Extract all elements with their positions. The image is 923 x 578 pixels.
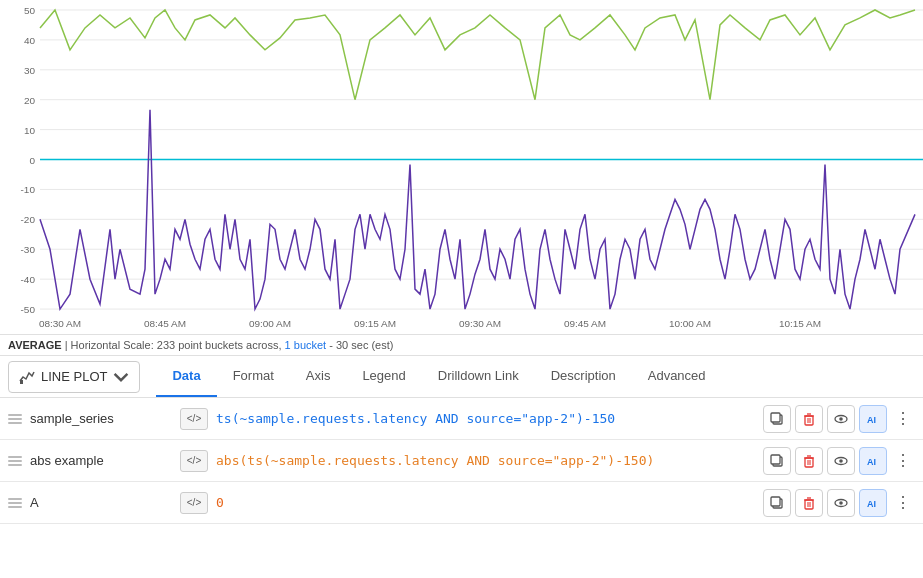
svg-text:30: 30 [24, 65, 36, 76]
eye-button[interactable] [827, 489, 855, 517]
scale-text: Horizontal Scale: 233 point buckets acro… [71, 339, 282, 351]
delete-button[interactable] [795, 447, 823, 475]
series-actions: AI ⋮ [763, 405, 915, 433]
bucket-link[interactable]: 1 bucket [285, 339, 327, 351]
ai-icon: AI [866, 412, 880, 426]
svg-text:0: 0 [29, 155, 35, 166]
svg-text:10:15 AM: 10:15 AM [779, 318, 821, 329]
copy-icon [770, 454, 784, 468]
series-table: sample_series </> ts(~sample.requests.la… [0, 398, 923, 524]
chart-type-button[interactable]: LINE PLOT [8, 361, 140, 393]
svg-text:-40: -40 [21, 274, 36, 285]
svg-text:-10: -10 [21, 184, 36, 195]
svg-text:09:00 AM: 09:00 AM [249, 318, 291, 329]
tabs-row: LINE PLOT Data Format Axis Legend Drilld… [0, 356, 923, 398]
svg-rect-31 [20, 380, 23, 384]
chart-type-label: LINE PLOT [41, 369, 107, 384]
series-expression: 0 [216, 495, 755, 510]
eye-button[interactable] [827, 447, 855, 475]
svg-text:08:45 AM: 08:45 AM [144, 318, 186, 329]
series-name: abs example [30, 453, 180, 468]
svg-rect-44 [805, 458, 813, 467]
svg-text:08:30 AM: 08:30 AM [39, 318, 81, 329]
eye-icon [834, 412, 848, 426]
svg-text:AI: AI [867, 457, 876, 467]
tab-legend[interactable]: Legend [346, 356, 421, 397]
eye-button[interactable] [827, 405, 855, 433]
series-expression: ts(~sample.requests.latency AND source="… [216, 411, 755, 426]
more-button[interactable]: ⋮ [891, 489, 915, 517]
table-row: abs example </> abs(ts(~sample.requests.… [0, 440, 923, 482]
svg-text:10:00 AM: 10:00 AM [669, 318, 711, 329]
table-row: A </> 0 [0, 482, 923, 524]
drag-handle[interactable] [8, 498, 22, 508]
tab-description[interactable]: Description [535, 356, 632, 397]
copy-button[interactable] [763, 405, 791, 433]
drag-handle[interactable] [8, 456, 22, 466]
line-plot-icon [19, 369, 35, 385]
delete-button[interactable] [795, 489, 823, 517]
svg-text:10: 10 [24, 125, 36, 136]
svg-rect-54 [805, 500, 813, 509]
copy-button[interactable] [763, 447, 791, 475]
table-row: sample_series </> ts(~sample.requests.la… [0, 398, 923, 440]
svg-rect-33 [771, 413, 780, 422]
tab-list: Data Format Axis Legend Drilldown Link D… [156, 356, 721, 397]
svg-rect-34 [805, 416, 813, 425]
series-actions: AI ⋮ [763, 447, 915, 475]
ai-button[interactable]: AI [859, 447, 887, 475]
ai-button[interactable]: AI [859, 489, 887, 517]
code-toggle-button[interactable]: </> [180, 408, 208, 430]
ai-icon: AI [866, 454, 880, 468]
svg-text:-50: -50 [21, 304, 36, 315]
trash-icon [802, 496, 816, 510]
eye-icon [834, 496, 848, 510]
svg-text:40: 40 [24, 35, 36, 46]
drag-handle[interactable] [8, 414, 22, 424]
series-name: sample_series [30, 411, 180, 426]
tab-drilldown[interactable]: Drilldown Link [422, 356, 535, 397]
svg-point-60 [839, 501, 843, 505]
more-button[interactable]: ⋮ [891, 447, 915, 475]
bucket-suffix: - 30 sec (est) [329, 339, 393, 351]
average-label: AVERAGE [8, 339, 62, 351]
copy-button[interactable] [763, 489, 791, 517]
svg-text:-20: -20 [21, 214, 36, 225]
tab-advanced[interactable]: Advanced [632, 356, 722, 397]
trash-icon [802, 454, 816, 468]
svg-text:-30: -30 [21, 244, 36, 255]
trash-icon [802, 412, 816, 426]
tab-data[interactable]: Data [156, 356, 216, 397]
tab-axis[interactable]: Axis [290, 356, 347, 397]
stats-bar: AVERAGE | Horizontal Scale: 233 point bu… [0, 335, 923, 356]
svg-text:AI: AI [867, 499, 876, 509]
svg-point-50 [839, 459, 843, 463]
series-name: A [30, 495, 180, 510]
svg-text:09:15 AM: 09:15 AM [354, 318, 396, 329]
series-actions: AI ⋮ [763, 489, 915, 517]
svg-text:09:30 AM: 09:30 AM [459, 318, 501, 329]
chevron-down-icon [113, 369, 129, 385]
chart-area: 50 40 30 20 10 0 -10 -20 -30 -40 -50 08:… [0, 0, 923, 335]
copy-icon [770, 496, 784, 510]
more-button[interactable]: ⋮ [891, 405, 915, 433]
svg-text:09:45 AM: 09:45 AM [564, 318, 606, 329]
tab-format[interactable]: Format [217, 356, 290, 397]
svg-text:50: 50 [24, 5, 36, 16]
svg-rect-43 [771, 455, 780, 464]
ai-icon: AI [866, 496, 880, 510]
code-toggle-button[interactable]: </> [180, 492, 208, 514]
eye-icon [834, 454, 848, 468]
delete-button[interactable] [795, 405, 823, 433]
svg-rect-0 [0, 0, 923, 334]
svg-rect-53 [771, 497, 780, 506]
code-toggle-button[interactable]: </> [180, 450, 208, 472]
svg-text:20: 20 [24, 95, 36, 106]
svg-text:AI: AI [867, 415, 876, 425]
copy-icon [770, 412, 784, 426]
series-expression: abs(ts(~sample.requests.latency AND sour… [216, 453, 755, 468]
ai-button[interactable]: AI [859, 405, 887, 433]
svg-point-40 [839, 417, 843, 421]
